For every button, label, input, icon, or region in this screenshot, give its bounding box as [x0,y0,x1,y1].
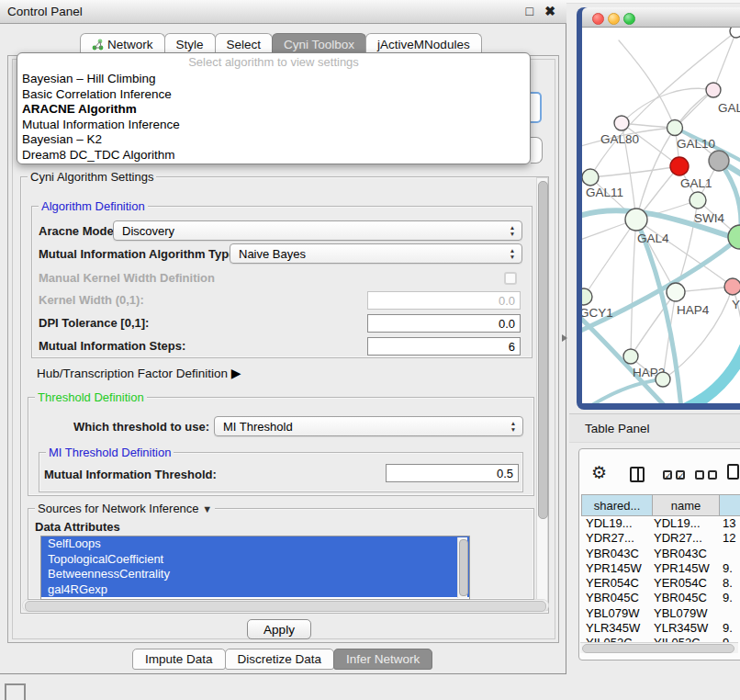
table-cell: YIL052C [654,636,701,642]
close-traffic-light[interactable] [592,13,604,25]
network-node[interactable] [656,372,670,387]
kernel-width-field[interactable]: 0.0 [367,291,521,310]
attribute-item[interactable]: gal4RGexp [41,582,469,598]
table-cell: 9. [723,621,733,636]
table-row[interactable]: YPR145WYPR145W9. [579,561,739,576]
dropdown-item[interactable]: Basic Correlation Inference [17,87,530,103]
node-label: GAL11 [586,186,623,199]
node-label: GAL1 [680,176,712,190]
tab-infer-network[interactable]: Infer Network [333,649,432,670]
dropdown-item[interactable]: ARACNE Algorithm [17,102,530,118]
table-row[interactable]: YIL052CYIL052C9 [579,636,739,642]
table-cell: 12 [723,531,735,546]
dropdown-prompt: Select algorithm to view settings [17,53,530,72]
table-row[interactable]: YBR043CYBR043C [579,547,739,561]
node-label: GAL10 [677,137,715,151]
node-label: GCY1 [582,306,613,320]
network-node-hap4[interactable] [667,283,685,301]
settings-vertical-scrollbar[interactable] [536,177,548,611]
manual-kernel-width-checkbox[interactable] [504,272,517,285]
dropdown-item[interactable]: Bayesian – K2 [17,132,530,148]
network-node-gal10[interactable] [667,120,683,136]
attribute-item[interactable]: TopologicalCoefficient [41,552,469,568]
table-row[interactable]: YBL079WYBL079W [579,606,739,621]
table-cell: YDR27... [654,531,702,546]
data-attributes-list[interactable]: SelfLoopsTopologicalCoefficientBetweenne… [40,536,470,600]
aracne-mode-label: Aracne Mode: [39,224,118,238]
node-label: SWI4 [694,211,724,225]
network-node-y[interactable] [724,278,740,295]
which-threshold-combobox[interactable]: MI Threshold ▲▼ [214,416,523,436]
close-window-icon[interactable]: ✖ [544,4,555,18]
dpi-tolerance-field[interactable]: 0.0 [367,314,521,333]
table-cell: YPR145W [654,561,710,576]
select-all-checkbox-icon[interactable]: ✓ [663,470,672,480]
algorithm-definition-title: Algorithm Definition [39,199,148,213]
apply-button[interactable]: Apply [247,619,311,639]
deselect-checkbox-icon[interactable] [695,470,704,480]
mi-algorithm-type-combobox[interactable]: Naive Bayes ▲▼ [230,243,522,264]
table-row[interactable]: YDL19...YDL19...13 [579,516,739,531]
dropdown-item[interactable]: Dream8 DC_TDC Algorithm [17,148,530,164]
split-pane-arrow-icon[interactable] [562,334,567,342]
network-node[interactable] [709,151,729,171]
network-node-gal1[interactable] [670,157,689,175]
table-row[interactable]: YER054CYER054C8. [579,576,739,591]
hub-definition-toggle[interactable]: Hub/Transcription Factor Definition ▶ [37,366,241,380]
column-header[interactable] [719,494,740,516]
network-canvas[interactable]: GALGAL80GAL10GAL1GAL11SWI4GAL4GCY1HAP4YH… [582,28,740,403]
table-cell: YBL079W [654,606,708,621]
network-node-hap2[interactable] [623,349,638,364]
network-node-gal11[interactable] [582,169,599,186]
float-window-icon[interactable]: □ [526,4,533,18]
network-node-swi4[interactable] [690,192,706,209]
kernel-width-label: Kernel Width (0,1): [39,293,144,307]
dpi-tolerance-label: DPI Tolerance [0,1]: [39,316,149,330]
aracne-mode-value: Discovery [122,224,174,238]
table-cell: YBR043C [586,547,639,561]
network-node-gal[interactable] [706,83,721,97]
aracne-mode-combobox[interactable]: Discovery ▲▼ [113,220,522,241]
minimize-traffic-light[interactable] [608,13,620,25]
attribute-item[interactable]: BetweennessCentrality [41,567,469,582]
table-panel-titlebar: Table Panel [569,413,740,443]
network-node-gal80[interactable] [614,116,629,130]
select-all-checkbox-icon[interactable]: ✓ [676,470,685,480]
partial-window-corner [5,683,26,700]
document-icon[interactable] [727,464,739,480]
sources-title[interactable]: Sources for Network Inference ▼ [35,502,215,515]
network-node-gcy1[interactable] [582,288,592,305]
deselect-checkbox-icon[interactable] [708,470,717,480]
tab-impute-data[interactable]: Impute Data [132,649,226,670]
settings-horizontal-scrollbar[interactable] [22,599,549,612]
table-cell: YIL052C [586,636,633,642]
table-cell: YLR345W [586,621,640,636]
dropdown-item[interactable]: Bayesian – Hill Climbing [17,72,530,87]
zoom-traffic-light[interactable] [623,13,635,25]
column-header[interactable]: shared... [581,494,653,516]
manual-kernel-width-label: Manual Kernel Width Definition [39,271,215,285]
table-row[interactable]: YDR27...YDR27...12 [579,531,739,546]
network-node-gal4[interactable] [625,209,647,231]
dropdown-item[interactable]: Mutual Information Inference [17,118,530,133]
network-edge [679,342,740,403]
column-header[interactable]: name [652,494,720,516]
mi-threshold-label: Mutual Information Threshold: [44,468,217,481]
network-node[interactable] [730,28,740,38]
mi-threshold-field[interactable]: 0.5 [386,464,519,482]
tab-discretize-data[interactable]: Discretize Data [225,649,335,670]
attribute-item[interactable]: SelfLoops [41,536,469,552]
gear-icon[interactable]: ⚙ [591,462,607,483]
spinner-arrows-icon: ▲▼ [508,247,517,260]
network-combobox-edge [531,137,543,164]
which-threshold-label: Which threshold to use: [73,420,209,434]
table-row[interactable]: YBR045CYBR045C9. [579,591,739,605]
table-row[interactable]: YLR345WYLR345W9. [579,621,739,636]
columns-icon[interactable] [630,467,645,482]
table-cell: YBR045C [586,591,639,605]
table-horizontal-scrollbar[interactable] [580,642,738,653]
table-cell: YER054C [654,576,707,591]
attributes-list-scrollbar[interactable] [457,537,467,598]
table-cell: YLR345W [654,621,708,636]
mi-steps-field[interactable]: 6 [367,337,521,356]
